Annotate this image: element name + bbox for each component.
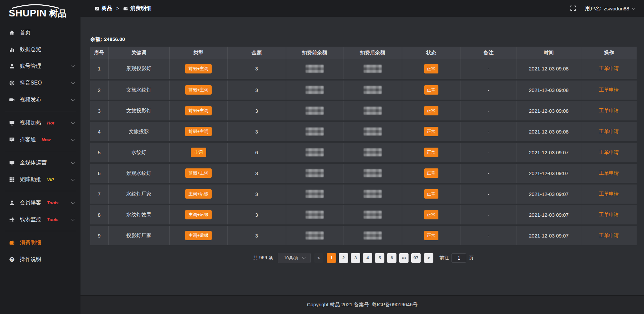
time: 2021-12-03 09:07 [529, 212, 569, 218]
gear-icon [9, 80, 15, 86]
keyword: 景观水纹灯 [126, 170, 152, 176]
chevron-down-icon [71, 217, 75, 221]
row-index: 9 [98, 233, 101, 239]
sidebar-item-8[interactable]: 全媒体运营 [0, 154, 80, 171]
col-header-8: 备注 [461, 47, 517, 59]
chevron-down-icon [302, 256, 306, 259]
masked-balance-after [364, 211, 382, 219]
keyword: 水纹灯 [131, 149, 147, 155]
breadcrumb-label: 树品 [102, 5, 112, 12]
ticket-apply-link[interactable]: 工单申请 [599, 128, 619, 134]
row-index: 7 [98, 191, 101, 197]
chevron-down-icon [71, 97, 75, 101]
breadcrumb-item-1[interactable]: 树品 [95, 5, 112, 12]
ticket-apply-link[interactable]: 工单申请 [599, 191, 619, 197]
home-icon [9, 30, 15, 36]
amount: 3 [255, 170, 258, 176]
page-size-select[interactable]: 10条/页 [278, 253, 311, 263]
col-header-9: 时间 [517, 47, 581, 59]
question-icon: ? [9, 256, 15, 262]
ticket-apply-link[interactable]: 工单申请 [599, 149, 619, 155]
masked-balance-before [306, 211, 324, 219]
page-button-6[interactable]: 6 [387, 253, 396, 263]
col-header-3: 类型 [169, 47, 227, 59]
sidebar-item-13[interactable]: ? 操作说明 [0, 251, 80, 268]
sliders-icon [9, 216, 15, 222]
page-button-4[interactable]: 4 [363, 253, 372, 263]
svg-text:?: ? [11, 257, 13, 261]
ticket-apply-link[interactable]: 工单申请 [599, 87, 619, 93]
sidebar-item-1[interactable]: 首页 [0, 24, 80, 41]
row-index: 8 [98, 212, 101, 218]
table-row: 8 水纹灯效果 主词+后缀 3 正常 - 2021-12-03 09:07 工单… [90, 204, 637, 225]
next-page-button[interactable]: > [424, 253, 433, 263]
goto-label: 前往 [439, 255, 449, 261]
app-logo[interactable]: SHUPIN 树品 [0, 0, 80, 23]
user-menu[interactable]: 用户名: zswodun88 [585, 5, 634, 12]
page-button-5[interactable]: 5 [375, 253, 384, 263]
sidebar-item-7[interactable]: 抖客通 New [0, 131, 80, 148]
time: 2021-12-03 09:08 [529, 66, 569, 71]
sidebar-item-10[interactable]: 会员爆客 Tools [0, 194, 80, 211]
sidebar-item-3[interactable]: 账号管理 [0, 58, 80, 74]
username-label: 用户名: [585, 5, 601, 12]
monitor-icon [9, 160, 15, 166]
page-button-2[interactable]: 2 [339, 253, 348, 263]
chevron-down-icon [632, 6, 635, 10]
breadcrumb-label: 消费明细 [130, 5, 152, 12]
logo-text-en: SHUPIN [9, 8, 47, 19]
chevron-down-icon [71, 160, 75, 164]
chevron-down-icon [71, 120, 75, 124]
ticket-apply-link[interactable]: 工单申请 [599, 212, 619, 217]
amount: 3 [255, 233, 258, 239]
user-icon [9, 63, 15, 69]
sidebar-item-4[interactable]: 抖音SEO [0, 74, 80, 91]
prev-page-button[interactable]: < [314, 253, 323, 263]
sidebar-item-9[interactable]: 矩阵助推 VIP [0, 171, 80, 188]
sidebar-menu: 首页 数据总览 账号管理 抖音SEO 视频发布 视频加热 Hot 抖客通 New… [0, 23, 80, 314]
row-index: 5 [98, 150, 101, 155]
status-badge: 正常 [424, 127, 438, 136]
remark: - [488, 212, 489, 218]
status-badge: 正常 [424, 148, 438, 157]
ticket-apply-link[interactable]: 工单申请 [599, 65, 619, 71]
remark: - [488, 129, 489, 135]
sidebar-item-label: 抖音SEO [20, 80, 42, 87]
remark: - [488, 150, 489, 155]
table-header-row: 序号关键词类型金额扣费前余额扣费后余额状态备注时间操作 [90, 47, 637, 59]
masked-balance-before [306, 127, 324, 136]
page-button-1[interactable]: 1 [327, 253, 336, 263]
type-badge: 主词+后缀 [185, 210, 212, 219]
ticket-apply-link[interactable]: 工单申请 [599, 232, 619, 238]
masked-balance-before [306, 190, 324, 198]
type-badge: 前缀+主词 [185, 168, 212, 178]
type-badge: 前缀+主词 [185, 85, 212, 95]
sidebar-item-5[interactable]: 视频发布 [0, 91, 80, 108]
ticket-apply-link[interactable]: 工单申请 [599, 108, 619, 113]
fullscreen-icon[interactable] [570, 5, 576, 11]
sidebar: SHUPIN 树品 首页 数据总览 账号管理 抖音SEO 视频发布 视频加热 H… [0, 0, 80, 314]
page-button-97[interactable]: 97 [411, 253, 421, 263]
status-badge: 正常 [424, 189, 438, 199]
sidebar-item-12[interactable]: 消费明细 [0, 234, 80, 251]
row-index: 6 [98, 170, 101, 176]
row-index: 4 [98, 129, 101, 135]
page-button-3[interactable]: 3 [351, 253, 360, 263]
keyword: 水纹灯厂家 [126, 191, 152, 197]
masked-balance-after [364, 148, 382, 156]
square-icon [95, 6, 100, 11]
amount: 3 [255, 212, 258, 218]
page-ellipsis-button[interactable]: ••• [399, 253, 409, 263]
breadcrumb-item-2[interactable]: 消费明细 [123, 5, 152, 12]
sidebar-item-6[interactable]: 视频加热 Hot [0, 114, 80, 131]
row-index: 2 [98, 87, 101, 93]
table-row: 4 文旅投影 前缀+主词 3 正常 - 2021-12-03 09:08 工单申… [90, 121, 637, 142]
chevron-down-icon [71, 200, 75, 204]
ticket-apply-link[interactable]: 工单申请 [599, 170, 619, 176]
time: 2021-12-03 09:08 [529, 87, 569, 93]
sidebar-item-11[interactable]: 线索监控 Tools [0, 211, 80, 228]
goto-page-input[interactable] [451, 253, 466, 263]
sidebar-item-2[interactable]: 数据总览 [0, 41, 80, 58]
time: 2021-12-03 09:07 [529, 150, 569, 155]
table-row: 7 水纹灯厂家 主词+后缀 3 正常 - 2021-12-03 09:07 工单… [90, 184, 637, 204]
